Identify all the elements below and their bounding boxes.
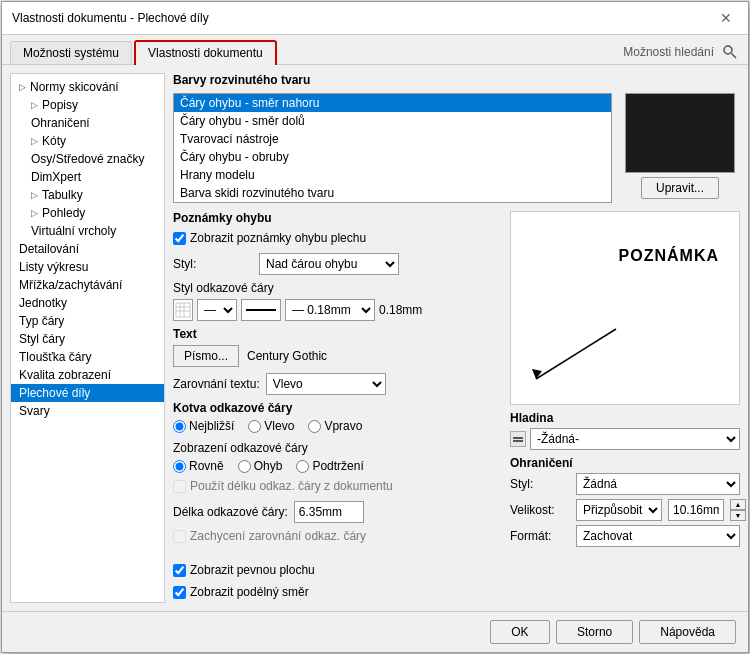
sidebar-item-listy[interactable]: Listy výkresu [11,258,164,276]
podelny-smer-checkbox[interactable] [173,586,186,599]
ohyb-radio[interactable] [238,460,251,473]
ohraniceni-section: Ohraničení Styl: Žádná Plná Velikost: Př [510,456,740,551]
nejblizsi-label: Nejbližší [189,419,234,433]
edit-color-button[interactable]: Upravit... [641,177,719,199]
podtrzeni-radio[interactable] [296,460,309,473]
sidebar-item-virtualni[interactable]: Virtuální vrcholy [11,222,164,240]
zobrazeni-ohyb: Ohyb [238,459,283,473]
sidebar-item-styl-cary[interactable]: Styl čáry [11,330,164,348]
styl-ohr-select[interactable]: Žádná Plná [576,473,740,495]
line-solid-bar [246,309,276,311]
styl-select[interactable]: Nad čárou ohybu Pod čárou ohybu Na čáru … [259,253,399,275]
sidebar-item-ohraniceni[interactable]: Ohraničení [11,114,164,132]
line-style-row: — - - — 0.18mm — 0.25mm — 0.35mm 0.18mm [173,299,502,321]
pevna-plocha-label: Zobrazit pevnou plochu [190,563,315,577]
sidebar-item-normy[interactable]: ▷ Normy skicování [11,78,164,96]
text-section-label: Text [173,327,502,341]
delka-input[interactable] [294,501,364,523]
kotva-section-label: Kotva odkazové čáry [173,401,502,415]
podtrzeni-label: Podtržení [312,459,363,473]
close-button[interactable]: ✕ [714,8,738,28]
zobrazit-poznamky-checkbox[interactable] [173,232,186,245]
svg-rect-10 [513,440,523,442]
sidebar-item-detailovani[interactable]: Detailování [11,240,164,258]
velikost-row: Velikost: Přizpůsobit Pevná ▲ ▼ [510,499,740,521]
vlevo-label: Vlevo [264,419,294,433]
kotva-nejblizsi-radio[interactable] [173,420,186,433]
ohyb-label: Ohyb [254,459,283,473]
listbox-item-2[interactable]: Tvarovací nástroje [174,130,611,148]
format-select[interactable]: Zachovat Změnit [576,525,740,547]
listbox-item-6[interactable]: Vymezovací rámeček [174,202,611,203]
sidebar-item-tloustka[interactable]: Tloušťka čáry [11,348,164,366]
sidebar-item-svary[interactable]: Svary [11,402,164,420]
sidebar-item-dimxpert[interactable]: DimXpert [11,168,164,186]
hladina-section-label: Hladina [510,411,740,425]
line-style-select[interactable]: — - - [197,299,237,321]
velikost-input[interactable] [668,499,724,521]
sidebar-item-pohledy[interactable]: ▷ Pohledy [11,204,164,222]
sidebar-item-popisy[interactable]: ▷ Popisy [11,96,164,114]
sidebar-item-jednotky[interactable]: Jednotky [11,294,164,312]
grid-icon [175,302,191,318]
svg-point-0 [724,46,732,54]
sidebar-item-koty[interactable]: ▷ Kóty [11,132,164,150]
title-bar: Vlastnosti dokumentu - Plechové díly ✕ [2,2,748,35]
pouzit-delku-checkbox[interactable] [173,480,186,493]
thickness-select[interactable]: — 0.18mm — 0.25mm — 0.35mm [285,299,375,321]
search-button[interactable] [720,42,740,62]
hladina-section: Hladina -Žádná- [510,411,740,450]
expand-icon: ▷ [19,82,26,92]
napoveda-button[interactable]: Nápověda [639,620,736,644]
velikost-spinner: ▲ ▼ [730,499,746,521]
barvy-section: Barvy rozvinutého tvaru Čáry ohybu - smě… [173,73,740,203]
listbox-item-4[interactable]: Hrany modelu [174,166,611,184]
kotva-vlevo-radio[interactable] [248,420,261,433]
zachyceni-checkbox[interactable] [173,530,186,543]
color-listbox[interactable]: Čáry ohybu - směr nahoru Čáry ohybu - sm… [173,93,612,203]
sidebar-item-tabulky[interactable]: ▷ Tabulky [11,186,164,204]
zobrazeni-rovne: Rovně [173,459,224,473]
sidebar-item-osy[interactable]: Osy/Středové značky [11,150,164,168]
listbox-item-3[interactable]: Čáry ohybu - obruby [174,148,611,166]
vpravo-label: Vpravo [324,419,362,433]
pismo-button[interactable]: Písmo... [173,345,239,367]
search-icon [722,44,738,60]
color-preview-area: Upravit... [620,93,740,203]
hladina-row: -Žádná- [510,428,740,450]
sidebar-item-kvalita[interactable]: Kvalita zobrazení [11,366,164,384]
styl-odkazove-label: Styl odkazové čáry [173,281,502,295]
zobrazit-checkbox-row: Zobrazit poznámky ohybu plechu [173,231,502,245]
listbox-item-5[interactable]: Barva skidi rozvinutého tvaru [174,184,611,202]
listbox-item-0[interactable]: Čáry ohybu - směr nahoru [174,94,611,112]
tab-moznosti[interactable]: Možnosti systému [10,41,132,64]
hladina-select[interactable]: -Žádná- [530,428,740,450]
rovne-radio[interactable] [173,460,186,473]
pevna-plocha-checkbox[interactable] [173,564,186,577]
main-dialog: Vlastnosti dokumentu - Plechové díly ✕ M… [1,1,749,653]
tab-vlastnosti[interactable]: Vlastnosti dokumentu [134,40,277,65]
zarovnani-row: Zarovnání textu: Vlevo Na střed Vpravo [173,373,502,395]
middle-split: Poznámky ohybu Zobrazit poznámky ohybu p… [173,211,740,551]
sidebar-item-typ-cary[interactable]: Typ čáry [11,312,164,330]
velikost-select[interactable]: Přizpůsobit Pevná [576,499,662,521]
color-preview-box [625,93,735,173]
storno-button[interactable]: Storno [556,620,633,644]
velikost-down-btn[interactable]: ▼ [730,510,746,521]
zarovnani-select[interactable]: Vlevo Na střed Vpravo [266,373,386,395]
velikost-up-btn[interactable]: ▲ [730,499,746,510]
kotva-vpravo-radio[interactable] [308,420,321,433]
preview-arrow-svg [526,309,656,389]
kotva-vlevo: Vlevo [248,419,294,433]
sidebar-item-mrizka[interactable]: Mřížka/zachytávání [11,276,164,294]
listbox-item-1[interactable]: Čáry ohybu - směr dolů [174,112,611,130]
font-row: Písmo... Century Gothic [173,345,502,367]
sidebar-item-plechove[interactable]: Plechové díly [11,384,164,402]
expand-icon: ▷ [31,136,38,146]
svg-line-7 [536,329,616,379]
expand-icon: ▷ [31,100,38,110]
line-solid-preview [241,299,281,321]
styl-form-label: Styl: [173,257,253,271]
right-side: POZNÁMKA Hladina [510,211,740,551]
ok-button[interactable]: OK [490,620,550,644]
